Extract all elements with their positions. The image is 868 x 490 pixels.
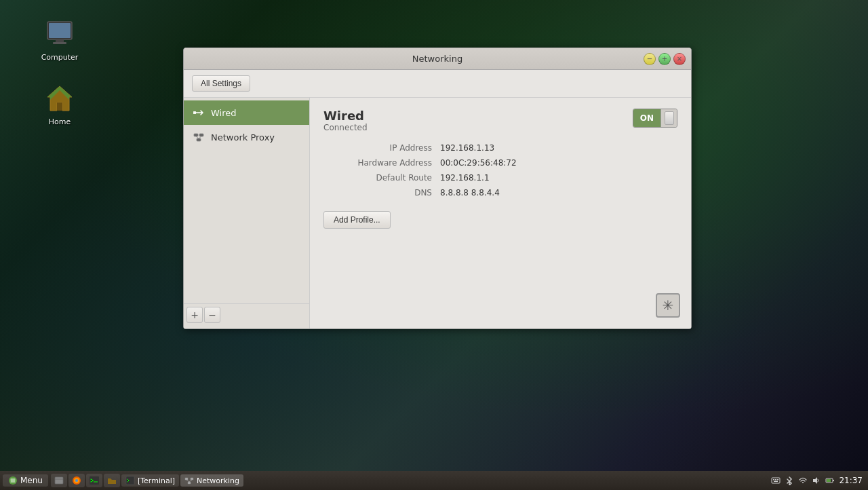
menu-icon	[8, 476, 18, 485]
minimize-button[interactable]: −	[644, 53, 656, 65]
svg-rect-26	[772, 478, 780, 483]
desktop: Computer Home Networking − + × All Setti…	[0, 0, 868, 490]
volume-icon	[812, 476, 821, 485]
ip-address-value: 192.168.1.13	[440, 143, 494, 153]
svg-rect-9	[199, 134, 203, 136]
svg-rect-7	[193, 111, 196, 114]
wired-icon	[192, 106, 205, 119]
taskbar-right: 21:37	[771, 476, 865, 485]
asterisk-button[interactable]: ✳	[656, 293, 680, 318]
desktop-icon-home[interactable]: Home	[33, 78, 87, 130]
close-button[interactable]: ×	[673, 53, 686, 65]
svg-rect-14	[55, 477, 63, 484]
asterisk-icon: ✳	[663, 297, 674, 314]
firefox-icon	[71, 475, 82, 486]
svg-rect-8	[194, 134, 198, 136]
window-controls: − + ×	[644, 53, 686, 65]
sidebar-footer: + −	[184, 303, 309, 326]
svg-rect-10	[197, 138, 201, 141]
all-settings-button[interactable]: All Settings	[192, 75, 250, 92]
network-signal-icon	[798, 476, 808, 485]
svg-marker-31	[813, 477, 817, 484]
taskbar-menu-label: Menu	[20, 476, 43, 485]
keyboard-layout-icon	[771, 476, 781, 485]
svg-rect-21	[185, 478, 188, 480]
svg-rect-29	[777, 479, 778, 480]
svg-line-12	[199, 136, 201, 138]
svg-line-25	[189, 480, 192, 482]
taskbar: Menu	[0, 471, 868, 490]
toggle-knob	[665, 111, 674, 125]
home-icon-label: Home	[49, 117, 71, 126]
window-titlebar: Networking − + ×	[184, 48, 691, 70]
bluetooth-icon	[785, 476, 794, 485]
networking-window: Networking − + × All Settings	[183, 48, 692, 329]
main-content: Wired Connected ON IP Address 192.168.1.…	[310, 98, 691, 328]
hardware-address-value: 00:0C:29:56:48:72	[440, 158, 517, 168]
taskbar-terminal-label: [Terminal]	[138, 476, 175, 485]
detail-row-route: Default Route 192.168.1.1	[323, 173, 677, 183]
taskbar-item-networking[interactable]: Networking	[180, 474, 243, 487]
svg-rect-34	[833, 480, 834, 481]
sidebar-item-network-proxy[interactable]: Network Proxy	[184, 125, 309, 149]
network-status: Connected	[323, 123, 368, 132]
svg-rect-30	[774, 481, 778, 483]
taskbar-menu-button[interactable]: Menu	[3, 474, 48, 487]
svg-rect-3	[53, 42, 66, 44]
network-proxy-icon	[192, 130, 205, 144]
taskbar-icon-firefox[interactable]	[68, 474, 85, 487]
taskbar-clock: 21:37	[839, 476, 863, 485]
svg-rect-22	[191, 478, 193, 480]
home-icon	[43, 82, 76, 115]
toggle-on-label[interactable]: ON	[633, 109, 660, 127]
window-toolbar: All Settings	[184, 70, 691, 98]
taskbar-icon-files[interactable]	[51, 474, 67, 487]
computer-icon-label: Computer	[41, 53, 79, 62]
taskbar-items: [Terminal] Networking	[51, 474, 243, 487]
ip-address-label: IP Address	[323, 143, 432, 153]
svg-line-24	[186, 480, 189, 482]
sidebar-item-wired-label: Wired	[211, 108, 237, 118]
sidebar: Wired Network Proxy	[184, 98, 310, 328]
window-body: Wired Network Proxy	[184, 98, 691, 328]
computer-icon	[43, 18, 76, 50]
files-icon	[54, 475, 64, 486]
remove-connection-button[interactable]: −	[204, 307, 220, 323]
taskbar-icon-terminal-launch[interactable]	[86, 474, 102, 487]
default-route-value: 192.168.1.1	[440, 173, 490, 183]
svg-rect-20	[126, 476, 134, 485]
dns-value: 8.8.8.8 8.8.4.4	[440, 188, 500, 197]
add-profile-button[interactable]: Add Profile...	[323, 211, 391, 229]
desktop-icon-computer[interactable]: Computer	[33, 14, 87, 66]
taskbar-item-terminal[interactable]: [Terminal]	[121, 474, 179, 487]
hardware-address-label: Hardware Address	[323, 158, 432, 168]
default-route-label: Default Route	[323, 173, 432, 183]
terminal-launch-icon	[89, 475, 100, 486]
taskbar-icon-files2[interactable]	[104, 474, 120, 487]
dns-label: DNS	[323, 188, 432, 197]
window-title: Networking	[412, 54, 462, 64]
svg-rect-23	[188, 482, 191, 484]
svg-rect-5	[57, 102, 62, 111]
maximize-button[interactable]: +	[658, 53, 671, 65]
terminal-icon	[125, 476, 135, 485]
svg-line-11	[196, 136, 199, 138]
network-title-block: Wired Connected	[323, 109, 368, 132]
toggle-slider[interactable]	[660, 109, 677, 127]
svg-point-17	[75, 479, 78, 482]
svg-rect-28	[775, 479, 776, 480]
detail-row-dns: DNS 8.8.8.8 8.8.4.4	[323, 188, 677, 197]
add-connection-button[interactable]: +	[186, 307, 203, 323]
toggle-switch[interactable]: ON	[633, 109, 677, 128]
network-header: Wired Connected ON	[323, 109, 677, 132]
sidebar-item-wired[interactable]: Wired	[184, 100, 309, 125]
network-name: Wired	[323, 109, 368, 123]
networking-taskbar-icon	[184, 476, 194, 485]
detail-row-ip: IP Address 192.168.1.13	[323, 143, 677, 153]
network-details: IP Address 192.168.1.13 Hardware Address…	[323, 143, 677, 197]
svg-rect-1	[49, 23, 71, 38]
sidebar-item-network-proxy-label: Network Proxy	[211, 132, 275, 143]
folder-icon	[106, 475, 117, 486]
svg-rect-27	[773, 479, 774, 480]
taskbar-networking-label: Networking	[197, 476, 239, 485]
